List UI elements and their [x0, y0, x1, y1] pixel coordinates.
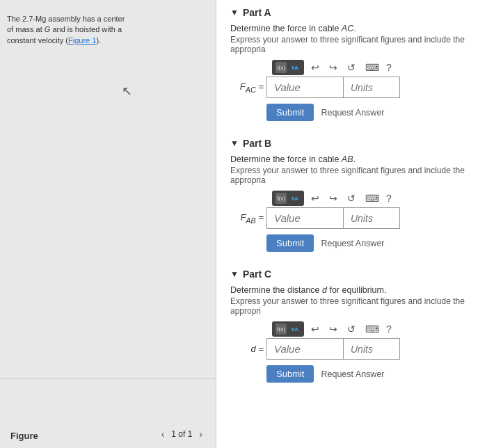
part-b-units-input[interactable] [344, 208, 399, 228]
part-b-input-box [266, 207, 400, 229]
undo-button-c[interactable]: ↩ [308, 322, 322, 336]
part-b-toolbar: f(x) IIA ↩ ↪ ↺ ⌨ ? [272, 191, 473, 206]
undo-button-a[interactable]: ↩ [308, 61, 322, 74]
figure-area: Figure ‹ 1 of 1 › [0, 378, 216, 448]
part-b-title: Part B [243, 138, 271, 149]
part-a-section: ▼ Part A Determine the force in cable AC… [230, 7, 473, 121]
help-button-a[interactable]: ? [386, 62, 392, 73]
part-a-request-answer-button[interactable]: Request Answer [321, 108, 384, 118]
part-a-header: ▼ Part A [230, 7, 473, 18]
part-c-note: Express your answer to three significant… [230, 296, 473, 316]
problem-text-content: The 2.7-Mg assembly has a center of mass… [7, 15, 125, 45]
reset-button-b[interactable]: ↺ [344, 191, 358, 205]
part-c-section: ▼ Part C Determine the distance d for eq… [230, 269, 473, 383]
help-button-c[interactable]: ? [386, 323, 392, 335]
toolbar-icon-group-a: f(x) IIA [272, 60, 304, 75]
reset-button-a[interactable]: ↺ [344, 61, 358, 74]
part-b-header: ▼ Part B [230, 138, 473, 149]
part-b-section: ▼ Part B Determine the force in cable AB… [230, 138, 473, 252]
part-b-note: Express your answer to three significant… [230, 166, 473, 185]
keyboard-button-b[interactable]: ⌨ [362, 191, 382, 205]
prev-page-button[interactable]: ‹ [159, 427, 168, 441]
toolbar-label-c: IIA [289, 323, 301, 335]
problem-description: The 2.7-Mg assembly has a center of mass… [7, 14, 132, 46]
svg-text:f(x): f(x) [277, 326, 285, 333]
formula-icon-b[interactable]: f(x) [275, 192, 287, 205]
part-b-answer-row: FAB = [230, 207, 473, 229]
figure-navigation: ‹ 1 of 1 › [159, 427, 205, 441]
part-a-title: Part A [243, 7, 271, 18]
formula-icon-a[interactable]: f(x) [275, 61, 287, 74]
keyboard-button-c[interactable]: ⌨ [362, 322, 382, 336]
figure-label: Figure [10, 431, 38, 441]
part-b-label: FAB = [230, 212, 266, 225]
figure-link[interactable]: Figure 1 [68, 36, 96, 45]
redo-button-b[interactable]: ↪ [326, 191, 340, 205]
svg-text:f(x): f(x) [277, 195, 285, 202]
redo-button-c[interactable]: ↪ [326, 322, 340, 336]
part-a-answer-row: FAC = [230, 77, 473, 98]
part-a-buttons: Submit Request Answer [266, 104, 473, 121]
part-a-label: FAC = [230, 81, 266, 94]
part-b-value-input[interactable] [267, 208, 344, 228]
part-c-units-input[interactable] [344, 339, 399, 359]
part-a-input-box [266, 77, 400, 98]
keyboard-button-a[interactable]: ⌨ [362, 61, 382, 74]
part-a-submit-button[interactable]: Submit [266, 104, 314, 121]
svg-text:f(x): f(x) [277, 65, 285, 71]
help-button-b[interactable]: ? [386, 193, 392, 204]
part-c-title: Part C [243, 269, 271, 280]
part-a-instruction: Determine the force in cable AC. [230, 24, 473, 33]
part-b-instruction: Determine the force in cable AB. [230, 154, 473, 164]
part-a-toggle[interactable]: ▼ [230, 8, 239, 17]
part-c-toolbar: f(x) IIA ↩ ↪ ↺ ⌨ ? [272, 321, 473, 337]
part-b-buttons: Submit Request Answer [266, 234, 473, 252]
toolbar-icon-group-c: f(x) IIA [272, 321, 304, 337]
part-a-note: Express your answer to three significant… [230, 35, 473, 54]
toolbar-label-b: IIA [289, 192, 301, 205]
part-c-request-answer-button[interactable]: Request Answer [321, 369, 384, 379]
part-c-instruction: Determine the distance d for equilibrium… [230, 285, 473, 295]
part-a-value-input[interactable] [267, 77, 344, 97]
formula-icon-c[interactable]: f(x) [275, 323, 287, 335]
page-indicator: 1 of 1 [171, 429, 192, 439]
part-c-toggle[interactable]: ▼ [230, 269, 239, 279]
part-c-label: d = [230, 344, 266, 354]
part-b-toggle[interactable]: ▼ [230, 138, 239, 148]
right-panel: ▼ Part A Determine the force in cable AC… [216, 0, 487, 448]
part-c-header: ▼ Part C [230, 269, 473, 280]
part-c-answer-row: d = [230, 338, 473, 360]
redo-button-a[interactable]: ↪ [326, 61, 340, 74]
reset-button-c[interactable]: ↺ [344, 322, 358, 336]
part-b-request-answer-button[interactable]: Request Answer [321, 239, 384, 248]
toolbar-icon-group-b: f(x) IIA [272, 191, 304, 206]
part-c-buttons: Submit Request Answer [266, 365, 473, 383]
cursor-icon: ↖ [122, 83, 132, 99]
toolbar-label-a: IIA [289, 61, 301, 74]
undo-button-b[interactable]: ↩ [308, 191, 322, 205]
part-c-input-box [266, 338, 400, 360]
part-c-submit-button[interactable]: Submit [266, 365, 314, 383]
part-b-submit-button[interactable]: Submit [266, 234, 314, 252]
part-c-value-input[interactable] [267, 339, 344, 359]
left-panel: The 2.7-Mg assembly has a center of mass… [0, 0, 216, 448]
next-page-button[interactable]: › [196, 427, 205, 441]
part-a-units-input[interactable] [344, 77, 399, 97]
part-a-toolbar: f(x) IIA ↩ ↪ ↺ ⌨ ? [272, 60, 473, 75]
